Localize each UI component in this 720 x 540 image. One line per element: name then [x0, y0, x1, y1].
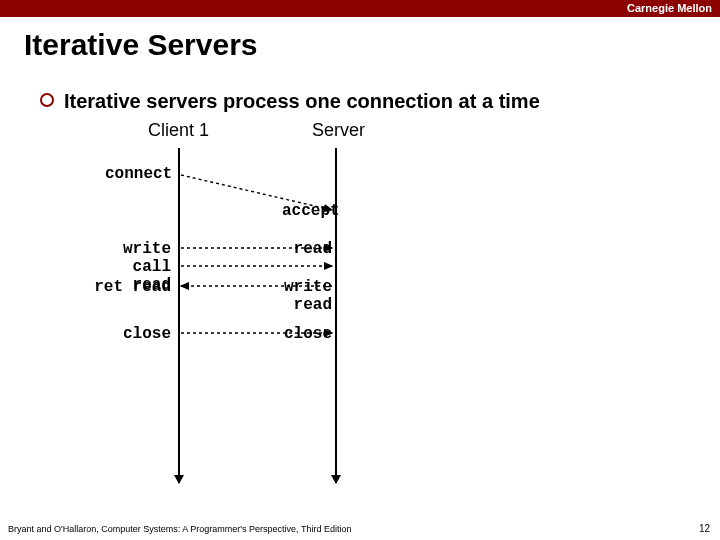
footer-text: Bryant and O'Hallaron, Computer Systems:…	[8, 524, 351, 534]
header-bar: Carnegie Mellon	[0, 0, 720, 17]
sequence-diagram: Client 1 Server connect write call read …	[0, 120, 720, 500]
bullet-point: Iterative servers process one connection…	[40, 90, 540, 113]
page-number: 12	[699, 523, 710, 534]
page-title: Iterative Servers	[24, 28, 258, 62]
arrows-layer	[0, 120, 720, 500]
brand-label: Carnegie Mellon	[627, 2, 712, 14]
svg-line-0	[181, 175, 332, 210]
bullet-text: Iterative servers process one connection…	[64, 90, 540, 112]
bullet-icon	[40, 93, 54, 107]
